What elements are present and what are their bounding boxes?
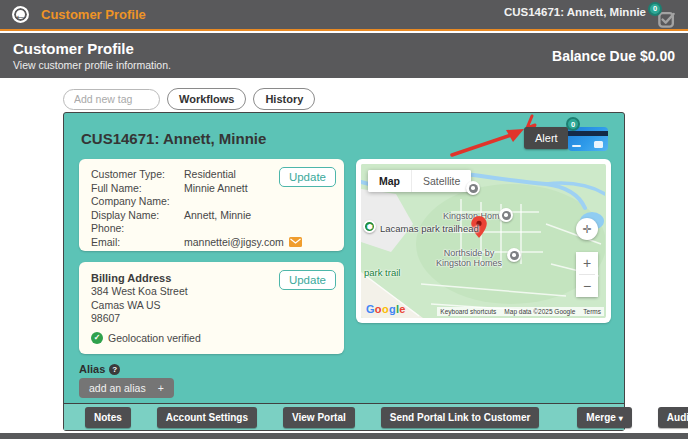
merge-dropdown-button[interactable]: Merge▾ (577, 407, 631, 428)
pan-icon: ✛ (582, 223, 591, 236)
plus-icon: + (158, 382, 164, 394)
map-zoom-control: + − (576, 252, 598, 297)
terms-link[interactable]: Terms (583, 308, 601, 315)
field-value: Annett, Minnie (184, 209, 251, 223)
field-label: Email: (91, 236, 184, 250)
chevron-down-icon: ▾ (619, 414, 623, 423)
poi-marker-kingston[interactable] (499, 208, 513, 222)
back-button[interactable]: ← (12, 6, 29, 23)
audit-log-button[interactable]: Audit Log (658, 407, 688, 428)
topbar-title: Customer Profile (41, 7, 146, 22)
history-button[interactable]: History (253, 88, 315, 110)
zoom-out-button[interactable]: − (576, 275, 598, 297)
google-map[interactable]: Map Satellite Kingston Homes ⬢ (361, 164, 606, 318)
map-label-northside: Northside by Kingston Homes (433, 248, 505, 268)
field-label: Phone: (91, 222, 184, 236)
map-data-text: Map data ©2025 Google (504, 308, 575, 315)
update-info-button[interactable]: Update (279, 167, 336, 187)
geolocation-verified-icon: ✓ (91, 332, 103, 344)
top-navigation-bar: ← Customer Profile CUS14671: Annett, Min… (0, 0, 688, 31)
topbar-customer-ref: CUS14671: Annett, Minnie (504, 6, 646, 18)
payment-methods-button[interactable]: 0 (566, 124, 608, 152)
customer-info-panel: Customer Type:Residential Full Name:Minn… (79, 159, 344, 251)
payment-count-badge: 0 (566, 117, 580, 131)
map-label-lacamas: Lacamas park trailhead (380, 223, 479, 234)
geolocation-verified-label: Geolocation verified (108, 332, 201, 344)
keyboard-shortcuts-link[interactable]: Keyboard shortcuts (440, 308, 496, 315)
zoom-in-button[interactable]: + (576, 252, 598, 274)
park-trailhead-icon[interactable]: ⬢ (363, 220, 376, 233)
bottom-edge-bar (0, 433, 688, 439)
google-logo[interactable]: Google (366, 303, 406, 315)
update-billing-button[interactable]: Update (279, 270, 336, 290)
field-value: Minnie Annett (184, 182, 248, 196)
field-label: Full Name: (91, 182, 184, 196)
email-icon[interactable] (289, 237, 302, 247)
tag-toolbar: Workflows History (63, 88, 315, 110)
map-panel: Map Satellite Kingston Homes ⬢ (356, 159, 611, 323)
alert-button[interactable]: Alert (524, 127, 569, 149)
poi-marker-northside[interactable] (507, 248, 521, 262)
workflows-button[interactable]: Workflows (167, 88, 246, 110)
customer-email[interactable]: mannettei@jigsy.com (184, 236, 284, 250)
map-tab[interactable]: Map (368, 170, 412, 192)
send-portal-link-button[interactable]: Send Portal Link to Customer (381, 407, 540, 428)
map-pan-control[interactable]: ✛ (576, 218, 598, 240)
satellite-tab[interactable]: Satellite (412, 170, 471, 192)
balance-due: Balance Due $0.00 (552, 48, 675, 64)
customer-card-title: CUS14671: Annett, Minnie (81, 130, 266, 147)
card-action-bar: Notes Account Settings View Portal Send … (64, 403, 624, 430)
customer-card: CUS14671: Annett, Minnie Alert 0 Custome… (63, 112, 625, 431)
page-header: Customer Profile View customer profile i… (0, 33, 688, 78)
account-settings-button[interactable]: Account Settings (157, 407, 257, 428)
billing-zip: 98607 (91, 312, 332, 326)
tasks-count-badge: 0 (648, 2, 662, 16)
poi-marker[interactable] (466, 181, 480, 195)
map-attribution: Keyboard shortcuts Map data ©2025 Google… (437, 307, 604, 316)
billing-city: Camas WA US (91, 299, 332, 313)
alias-label: Alias (79, 363, 105, 375)
notes-button[interactable]: Notes (85, 407, 131, 428)
billing-address-panel: Billing Address 384 West Koa Street Cama… (79, 262, 344, 354)
field-value: Residential (184, 168, 236, 182)
tasks-check-button[interactable]: 0 (650, 4, 676, 30)
field-label: Customer Type: (91, 168, 184, 182)
add-tag-input[interactable] (63, 89, 160, 110)
page-title: Customer Profile (13, 40, 171, 57)
page-subtitle: View customer profile information. (13, 59, 171, 71)
map-type-control: Map Satellite (368, 170, 471, 192)
back-arrow-icon: ← (15, 9, 27, 21)
map-label-park-trail: park trail (364, 267, 400, 278)
field-label: Company Name: (91, 195, 184, 209)
alias-help-icon[interactable]: ? (109, 364, 120, 375)
add-alias-button[interactable]: add an alias + (79, 378, 174, 398)
field-label: Display Name: (91, 209, 184, 223)
view-portal-button[interactable]: View Portal (283, 407, 355, 428)
